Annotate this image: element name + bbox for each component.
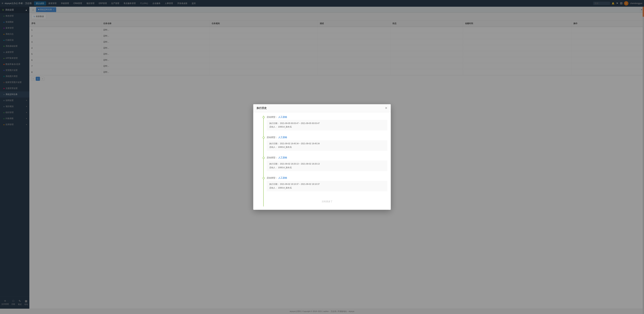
exec-date-label: 执行日期： [269, 122, 280, 124]
initiator-label: 启动人： [269, 146, 278, 148]
exec-date-line: 执行日期： 2021-09-02 19:20:13 ~ 2021-09-02 1… [269, 162, 385, 166]
exec-date-label: 执行日期： [269, 183, 280, 185]
timeline-item: 启动类型： 人工启动 执行日期： 2021-09-05 00:03:47 ~ 2… [267, 116, 388, 131]
timeline-content: 执行日期： 2021-09-02 19:20:13 ~ 2021-09-02 1… [267, 161, 388, 171]
modal: 执行历史 ✕ 启动类型： 人工启动 执行日期： 2021-09-05 00:03… [253, 104, 391, 210]
exec-date-value: 2021-09-02 19:20:13 ~ 2021-09-02 19:20:1… [280, 163, 320, 165]
timeline-trigger: 启动类型： 人工启动 [267, 176, 388, 179]
initiator-line: 启动人： 100014_陈冬瓜 [269, 186, 385, 190]
timeline-content: 执行日期： 2021-09-05 00:03:47 ~ 2021-09-05 0… [267, 120, 388, 131]
timeline: 启动类型： 人工启动 执行日期： 2021-09-05 00:03:47 ~ 2… [256, 116, 388, 207]
exec-date-label: 执行日期： [269, 163, 280, 165]
exec-date-line: 执行日期： 2021-09-02 19:45:34 ~ 2021-09-02 1… [269, 142, 385, 146]
exec-date-line: 执行日期： 2021-09-02 19:10:37 ~ 2021-09-02 1… [269, 182, 385, 186]
trigger-label: 启动类型： [267, 156, 278, 159]
timeline-content: 执行日期： 2021-09-02 19:10:37 ~ 2021-09-02 1… [267, 181, 388, 191]
modal-body: 启动类型： 人工启动 执行日期： 2021-09-05 00:03:47 ~ 2… [253, 112, 391, 210]
timeline-item: 启动类型： 人工启动 执行日期： 2021-09-02 19:20:13 ~ 2… [267, 156, 388, 171]
initiator-line: 启动人： 100014_陈冬瓜 [269, 125, 385, 129]
timeline-item: 启动类型： 人工启动 执行日期： 2021-09-02 19:10:37 ~ 2… [267, 176, 388, 191]
timeline-dot [263, 116, 265, 118]
exec-date-value: 2021-09-05 00:03:47 ~ 2021-09-05 00:03:4… [280, 122, 320, 124]
trigger-type: 人工启动 [278, 136, 287, 139]
initiator-value: 100014_陈冬瓜 [278, 146, 292, 148]
modal-title: 执行历史 [256, 107, 267, 110]
modal-overlay[interactable]: 执行历史 ✕ 启动类型： 人工启动 执行日期： 2021-09-05 00:03… [0, 0, 644, 314]
timeline-item: 启动类型： 人工启动 执行日期： 2021-09-02 19:45:34 ~ 2… [267, 136, 388, 151]
trigger-label: 启动类型： [267, 136, 278, 139]
initiator-line: 启动人： 100014_陈冬瓜 [269, 166, 385, 170]
modal-header: 执行历史 ✕ [253, 104, 391, 112]
no-more-text: 没有更多了 [267, 197, 388, 206]
initiator-value: 100014_陈冬瓜 [278, 187, 292, 189]
timeline-dot [263, 137, 265, 139]
timeline-dot [263, 157, 265, 159]
timeline-trigger: 启动类型： 人工启动 [267, 116, 388, 119]
modal-close-button[interactable]: ✕ [385, 107, 388, 110]
trigger-type: 人工启动 [278, 177, 287, 179]
exec-date-value: 2021-09-02 19:10:37 ~ 2021-09-02 19:10:3… [280, 183, 320, 185]
trigger-label: 启动类型： [267, 177, 278, 179]
initiator-line: 启动人： 100014_陈冬瓜 [269, 145, 385, 149]
initiator-label: 启动人： [269, 187, 278, 189]
timeline-content: 执行日期： 2021-09-02 19:45:34 ~ 2021-09-02 1… [267, 140, 388, 151]
initiator-value: 100014_陈冬瓜 [278, 166, 292, 169]
trigger-type: 人工启动 [278, 116, 287, 118]
timeline-trigger: 启动类型： 人工启动 [267, 156, 388, 159]
initiator-label: 启动人： [269, 126, 278, 128]
exec-date-line: 执行日期： 2021-09-05 00:03:47 ~ 2021-09-05 0… [269, 122, 385, 125]
timeline-trigger: 启动类型： 人工启动 [267, 136, 388, 139]
exec-date-label: 执行日期： [269, 142, 280, 145]
initiator-label: 启动人： [269, 166, 278, 169]
initiator-value: 100014_陈冬瓜 [278, 126, 292, 128]
trigger-label: 启动类型： [267, 116, 278, 118]
trigger-type: 人工启动 [278, 156, 287, 159]
timeline-dot [263, 177, 265, 179]
exec-date-value: 2021-09-02 19:45:34 ~ 2021-09-02 19:45:3… [280, 142, 320, 145]
